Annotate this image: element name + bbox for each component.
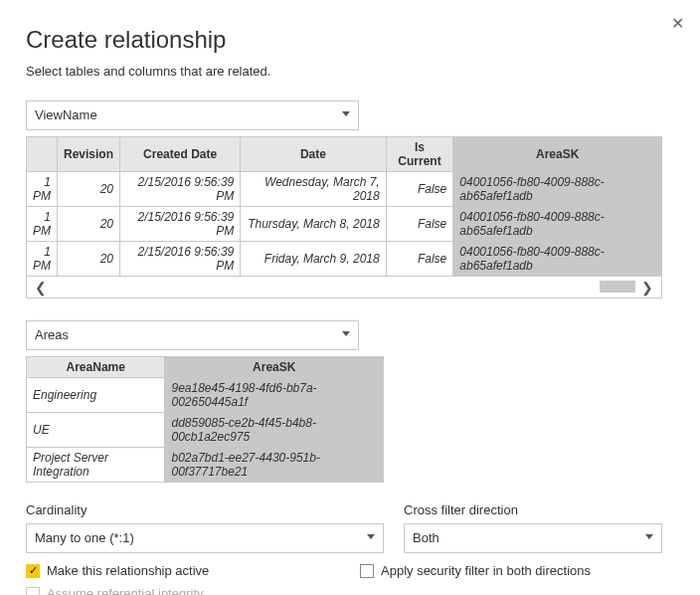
- scroll-right-icon[interactable]: ❯: [641, 280, 653, 296]
- table-row[interactable]: UE dd859085-ce2b-4f45-b4b8-00cb1a2ec975: [27, 413, 384, 448]
- checkbox-icon: [360, 564, 374, 578]
- table1-scrollbar[interactable]: ❮ ❯: [26, 277, 662, 298]
- cardinality-dropdown[interactable]: Many to one (*:1): [26, 523, 384, 553]
- table-row[interactable]: 1 PM 20 2/15/2016 9:56:39 PM Friday, Mar…: [27, 242, 662, 277]
- chevron-down-icon: [342, 111, 350, 116]
- table-header-row: AreaName AreaSK: [27, 357, 384, 378]
- table-row[interactable]: Engineering 9ea18e45-4198-4fd6-bb7a-0026…: [27, 378, 384, 413]
- cardinality-label: Cardinality: [26, 502, 384, 517]
- active-checkbox[interactable]: ✓ Make this relationship active: [26, 563, 340, 578]
- crossfilter-value: Both: [413, 530, 439, 545]
- table-row[interactable]: 1 PM 20 2/15/2016 9:56:39 PM Thursday, M…: [27, 207, 662, 242]
- integrity-checkbox: Assume referential integrity: [26, 586, 340, 595]
- chevron-down-icon: [342, 331, 350, 336]
- table-row[interactable]: Project Server Integration b02a7bd1-ee27…: [27, 448, 384, 483]
- active-label: Make this relationship active: [47, 563, 209, 578]
- crossfilter-dropdown[interactable]: Both: [404, 523, 662, 553]
- table-row[interactable]: 1 PM 20 2/15/2016 9:56:39 PM Wednesday, …: [27, 172, 662, 207]
- col-revision[interactable]: Revision: [58, 137, 120, 172]
- table2-dropdown-label: Areas: [35, 327, 69, 342]
- scroll-left-icon[interactable]: ❮: [35, 280, 47, 296]
- cardinality-value: Many to one (*:1): [35, 530, 134, 545]
- col-iscurrent[interactable]: Is Current: [386, 137, 453, 172]
- table2-grid: AreaName AreaSK Engineering 9ea18e45-419…: [26, 356, 384, 483]
- checkbox-icon: [26, 587, 40, 596]
- table1-dropdown[interactable]: ViewName: [26, 100, 359, 130]
- dialog-subtitle: Select tables and columns that are relat…: [26, 64, 674, 79]
- scroll-thumb[interactable]: [600, 281, 635, 293]
- checkbox-icon: ✓: [26, 564, 40, 578]
- crossfilter-label: Cross filter direction: [404, 502, 674, 517]
- table-header-row: Revision Created Date Date Is Current Ar…: [27, 137, 662, 172]
- table1-grid: Revision Created Date Date Is Current Ar…: [26, 136, 662, 277]
- chevron-down-icon: [645, 534, 653, 539]
- col-created[interactable]: Created Date: [120, 137, 241, 172]
- col-date[interactable]: Date: [241, 137, 386, 172]
- chevron-down-icon: [367, 534, 375, 539]
- col-areask2[interactable]: AreaSK: [165, 357, 384, 378]
- security-checkbox[interactable]: Apply security filter in both directions: [360, 563, 674, 578]
- close-icon[interactable]: ✕: [671, 14, 684, 33]
- table1-dropdown-label: ViewName: [35, 107, 97, 122]
- dialog-title: Create relationship: [26, 26, 674, 54]
- security-label: Apply security filter in both directions: [381, 563, 591, 578]
- col-areaname[interactable]: AreaName: [27, 357, 165, 378]
- col-areask[interactable]: AreaSK: [453, 137, 662, 172]
- table2-dropdown[interactable]: Areas: [26, 320, 359, 350]
- integrity-label: Assume referential integrity: [47, 586, 204, 595]
